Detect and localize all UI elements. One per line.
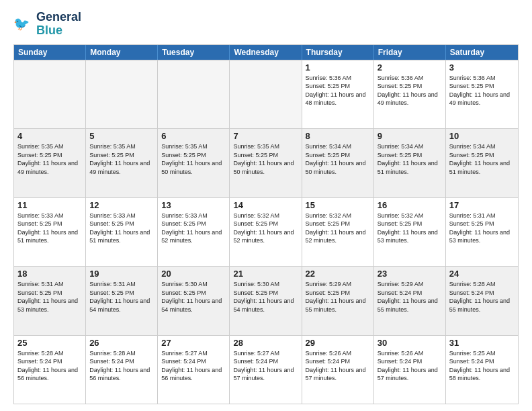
calendar-cell: 4Sunrise: 5:35 AMSunset: 5:25 PMDaylight…	[14, 129, 86, 197]
day-info: Sunrise: 5:29 AMSunset: 5:25 PMDaylight:…	[306, 280, 370, 314]
day-number: 25	[17, 338, 82, 348]
calendar-cell: 1Sunrise: 5:36 AMSunset: 5:25 PMDaylight…	[302, 60, 374, 128]
day-info: Sunrise: 5:33 AMSunset: 5:25 PMDaylight:…	[161, 212, 226, 245]
day-info: Sunrise: 5:32 AMSunset: 5:25 PMDaylight:…	[378, 212, 442, 245]
calendar-cell: 22Sunrise: 5:29 AMSunset: 5:25 PMDayligh…	[302, 267, 374, 334]
calendar-cell: 30Sunrise: 5:26 AMSunset: 5:24 PMDayligh…	[374, 336, 446, 404]
header-day-wednesday: Wednesday	[230, 45, 302, 60]
day-info: Sunrise: 5:30 AMSunset: 5:25 PMDaylight:…	[161, 280, 226, 314]
calendar-cell: 10Sunrise: 5:34 AMSunset: 5:25 PMDayligh…	[446, 129, 518, 197]
day-number: 31	[449, 338, 515, 348]
calendar-cell: 12Sunrise: 5:33 AMSunset: 5:25 PMDayligh…	[86, 198, 158, 266]
calendar-cell: 31Sunrise: 5:25 AMSunset: 5:24 PMDayligh…	[446, 336, 518, 404]
calendar-row-3: 18Sunrise: 5:31 AMSunset: 5:25 PMDayligh…	[14, 266, 518, 334]
calendar-body: 1Sunrise: 5:36 AMSunset: 5:25 PMDaylight…	[14, 60, 518, 404]
calendar-row-2: 11Sunrise: 5:33 AMSunset: 5:25 PMDayligh…	[14, 197, 518, 266]
calendar-cell: 27Sunrise: 5:27 AMSunset: 5:24 PMDayligh…	[158, 336, 230, 404]
calendar-cell: 6Sunrise: 5:35 AMSunset: 5:25 PMDaylight…	[158, 129, 230, 197]
calendar-cell: 26Sunrise: 5:28 AMSunset: 5:24 PMDayligh…	[86, 336, 158, 404]
header-day-sunday: Sunday	[14, 45, 86, 60]
day-info: Sunrise: 5:28 AMSunset: 5:24 PMDaylight:…	[17, 349, 82, 383]
header-day-monday: Monday	[86, 45, 158, 60]
calendar-cell	[230, 60, 302, 128]
calendar-cell: 2Sunrise: 5:36 AMSunset: 5:25 PMDaylight…	[374, 60, 446, 128]
day-info: Sunrise: 5:28 AMSunset: 5:24 PMDaylight:…	[89, 349, 154, 383]
day-number: 24	[449, 269, 515, 279]
calendar-cell: 25Sunrise: 5:28 AMSunset: 5:24 PMDayligh…	[14, 336, 86, 404]
day-number: 14	[233, 200, 298, 210]
calendar-cell: 19Sunrise: 5:31 AMSunset: 5:25 PMDayligh…	[86, 267, 158, 334]
calendar-row-0: 1Sunrise: 5:36 AMSunset: 5:25 PMDaylight…	[14, 60, 518, 128]
day-info: Sunrise: 5:36 AMSunset: 5:25 PMDaylight:…	[306, 74, 370, 107]
calendar-cell: 28Sunrise: 5:27 AMSunset: 5:24 PMDayligh…	[230, 336, 302, 404]
calendar: SundayMondayTuesdayWednesdayThursdayFrid…	[13, 44, 519, 404]
day-info: Sunrise: 5:34 AMSunset: 5:25 PMDaylight:…	[378, 142, 442, 176]
day-number: 21	[233, 269, 298, 279]
day-info: Sunrise: 5:27 AMSunset: 5:24 PMDaylight:…	[161, 349, 226, 383]
logo-text: General Blue	[36, 11, 81, 38]
calendar-row-4: 25Sunrise: 5:28 AMSunset: 5:24 PMDayligh…	[14, 335, 518, 404]
calendar-cell: 5Sunrise: 5:35 AMSunset: 5:25 PMDaylight…	[86, 129, 158, 197]
day-info: Sunrise: 5:28 AMSunset: 5:24 PMDaylight:…	[449, 280, 515, 314]
calendar-header: SundayMondayTuesdayWednesdayThursdayFrid…	[14, 45, 518, 60]
day-info: Sunrise: 5:35 AMSunset: 5:25 PMDaylight:…	[89, 142, 154, 176]
calendar-cell: 29Sunrise: 5:26 AMSunset: 5:24 PMDayligh…	[302, 336, 374, 404]
calendar-cell: 14Sunrise: 5:32 AMSunset: 5:25 PMDayligh…	[230, 198, 302, 266]
calendar-cell	[86, 60, 158, 128]
day-number: 5	[89, 131, 154, 141]
page-header: 🐦 General Blue	[13, 11, 519, 38]
calendar-cell: 24Sunrise: 5:28 AMSunset: 5:24 PMDayligh…	[446, 267, 518, 334]
header-day-tuesday: Tuesday	[158, 45, 230, 60]
day-number: 10	[449, 131, 515, 141]
day-info: Sunrise: 5:25 AMSunset: 5:24 PMDaylight:…	[449, 349, 515, 383]
calendar-cell: 3Sunrise: 5:36 AMSunset: 5:25 PMDaylight…	[446, 60, 518, 128]
calendar-cell: 23Sunrise: 5:29 AMSunset: 5:24 PMDayligh…	[374, 267, 446, 334]
day-info: Sunrise: 5:33 AMSunset: 5:25 PMDaylight:…	[89, 212, 154, 245]
day-info: Sunrise: 5:26 AMSunset: 5:24 PMDaylight:…	[306, 349, 370, 383]
day-info: Sunrise: 5:34 AMSunset: 5:25 PMDaylight:…	[306, 142, 370, 176]
calendar-cell: 7Sunrise: 5:35 AMSunset: 5:25 PMDaylight…	[230, 129, 302, 197]
calendar-cell: 15Sunrise: 5:32 AMSunset: 5:25 PMDayligh…	[302, 198, 374, 266]
calendar-cell: 20Sunrise: 5:30 AMSunset: 5:25 PMDayligh…	[158, 267, 230, 334]
calendar-cell: 18Sunrise: 5:31 AMSunset: 5:25 PMDayligh…	[14, 267, 86, 334]
day-info: Sunrise: 5:30 AMSunset: 5:25 PMDaylight:…	[233, 280, 298, 314]
header-day-saturday: Saturday	[446, 45, 518, 60]
day-number: 19	[89, 269, 154, 279]
header-day-thursday: Thursday	[302, 45, 374, 60]
day-number: 18	[17, 269, 82, 279]
day-info: Sunrise: 5:26 AMSunset: 5:24 PMDaylight:…	[378, 349, 442, 383]
calendar-cell: 16Sunrise: 5:32 AMSunset: 5:25 PMDayligh…	[374, 198, 446, 266]
day-number: 17	[449, 200, 515, 210]
day-info: Sunrise: 5:36 AMSunset: 5:25 PMDaylight:…	[449, 74, 515, 107]
day-info: Sunrise: 5:32 AMSunset: 5:25 PMDaylight:…	[233, 212, 298, 245]
day-info: Sunrise: 5:32 AMSunset: 5:25 PMDaylight:…	[306, 212, 370, 245]
calendar-cell: 8Sunrise: 5:34 AMSunset: 5:25 PMDaylight…	[302, 129, 374, 197]
day-info: Sunrise: 5:29 AMSunset: 5:24 PMDaylight:…	[378, 280, 442, 314]
day-number: 30	[378, 338, 442, 348]
day-info: Sunrise: 5:33 AMSunset: 5:25 PMDaylight:…	[17, 212, 82, 245]
day-info: Sunrise: 5:35 AMSunset: 5:25 PMDaylight:…	[17, 142, 82, 176]
day-number: 15	[306, 200, 370, 210]
day-number: 27	[161, 338, 226, 348]
day-number: 26	[89, 338, 154, 348]
day-number: 13	[161, 200, 226, 210]
day-info: Sunrise: 5:27 AMSunset: 5:24 PMDaylight:…	[233, 349, 298, 383]
day-number: 12	[89, 200, 154, 210]
day-info: Sunrise: 5:35 AMSunset: 5:25 PMDaylight:…	[233, 142, 298, 176]
day-number: 1	[306, 62, 370, 73]
day-number: 16	[378, 200, 442, 210]
logo-icon: 🐦	[13, 14, 34, 34]
day-info: Sunrise: 5:36 AMSunset: 5:25 PMDaylight:…	[378, 74, 442, 107]
calendar-cell	[158, 60, 230, 128]
day-number: 20	[161, 269, 226, 279]
calendar-cell: 17Sunrise: 5:31 AMSunset: 5:25 PMDayligh…	[446, 198, 518, 266]
day-number: 23	[378, 269, 442, 279]
calendar-row-1: 4Sunrise: 5:35 AMSunset: 5:25 PMDaylight…	[14, 128, 518, 197]
day-number: 6	[161, 131, 226, 141]
calendar-cell	[14, 60, 86, 128]
calendar-cell: 21Sunrise: 5:30 AMSunset: 5:25 PMDayligh…	[230, 267, 302, 334]
day-number: 8	[306, 131, 370, 141]
calendar-cell: 11Sunrise: 5:33 AMSunset: 5:25 PMDayligh…	[14, 198, 86, 266]
day-number: 9	[378, 131, 442, 141]
day-number: 4	[17, 131, 82, 141]
